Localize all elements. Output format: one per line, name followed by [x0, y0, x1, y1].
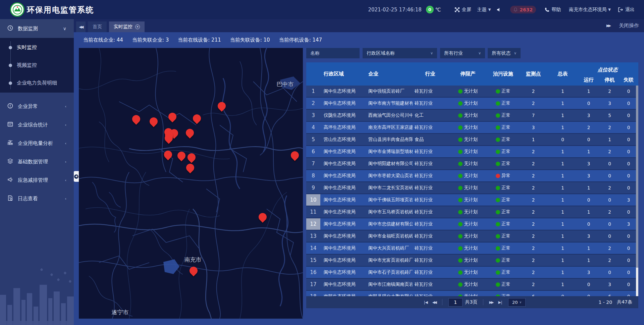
table-row[interactable]: 18南部生态环境局南部县砚化土陶有限公砖瓦行业无计划正常60060	[306, 291, 638, 296]
cell-stopped: 0	[600, 170, 619, 181]
page-number-input[interactable]: 1	[448, 298, 463, 307]
tabs-scroll-left-button[interactable]: ◀◀	[76, 21, 86, 32]
sidebar-item-power-load-detail[interactable]: 企业电力负荷明细	[0, 74, 74, 92]
next-page-button[interactable]: ▶▶	[489, 300, 493, 305]
org-dropdown[interactable]: 南充市生态环境局▼	[569, 7, 611, 13]
table-row[interactable]: 5营山生态环境局营山县润丰肉食品有限食品无计划正常10010	[306, 134, 638, 146]
sidebar-item-company-abnormal[interactable]: 企业异常 ‹	[0, 97, 74, 116]
tabs-scroll-right-button[interactable]: ▶▶	[606, 23, 610, 28]
first-page-button[interactable]: ❘◀	[423, 300, 427, 305]
cell-meters: 1	[548, 158, 577, 169]
theme-dropdown[interactable]: 主题▼	[477, 7, 491, 13]
cell-production: 无计划	[448, 218, 488, 230]
table-row[interactable]: 3仪陇生态环境局西南油气田分公司川中化工无计划正常71350	[306, 110, 638, 122]
speaker-icon	[497, 7, 501, 12]
table-scrollbar[interactable]	[636, 86, 638, 296]
tab-bar: ◀◀ 首页 实时监控 ✕ ▶▶ 关闭操作	[74, 19, 644, 32]
sidebar-item-logs[interactable]: 日志查看 ‹	[0, 189, 74, 208]
cell-running: 0	[577, 134, 600, 145]
table-row[interactable]: 8阆中生态环境局阆中市枣碧大梁山页岩砖瓦行业无计划异常21300	[306, 170, 638, 182]
sidebar-item-realtime-monitor[interactable]: 实时监控	[0, 39, 74, 56]
cell-facility: 正常	[488, 242, 518, 254]
row-index: 9	[306, 182, 320, 194]
cell-region: 阆中生态环境局	[320, 146, 366, 157]
fullscreen-button[interactable]: 全屏	[454, 7, 471, 13]
chevron-down-icon: ∨	[478, 51, 481, 55]
table-row[interactable]: 7阆中生态环境局阆中明阳建材有限公司砖瓦行业无计划正常21300	[306, 158, 638, 170]
mute-button[interactable]	[497, 7, 501, 12]
cell-offline: 0	[619, 86, 638, 97]
sidebar-item-data-monitor[interactable]: 数据监测 ∨	[0, 19, 74, 38]
cell-meters: 1	[548, 279, 577, 290]
table-row[interactable]: 1阆中生态环境局阆中强锐页岩砖厂砖瓦行业无计划正常21120	[306, 86, 638, 98]
region-filter-select[interactable]: 行政区域名称∨	[363, 48, 437, 58]
row-index: 14	[306, 242, 320, 254]
status-dot-icon	[496, 138, 500, 142]
cell-industry: 砖瓦行业	[413, 170, 448, 181]
app-logo	[10, 2, 24, 17]
column-header: 行政区域	[320, 62, 366, 86]
status-filter-select[interactable]: 所有状态∨	[488, 48, 521, 58]
table-row[interactable]: 11阆中生态环境局阆中市五马桥页岩机砖砖瓦行业无计划正常21120	[306, 206, 638, 218]
cell-facility: 正常	[488, 291, 518, 296]
last-page-button[interactable]: ▶❘	[498, 300, 502, 305]
cell-facility: 正常	[488, 206, 518, 218]
scrollbar-thumb[interactable]	[636, 86, 638, 268]
cell-region: 阆中生态环境局	[320, 98, 366, 109]
sidebar-item-base-data[interactable]: 基础数据管理 ‹	[0, 153, 74, 171]
table-row[interactable]: 15阆中生态环境局阆中市光富页岩机砖厂砖瓦行业无计划正常21120	[306, 255, 638, 267]
table-row[interactable]: 4高坪生态环境局南充市高坪区王家店建砖瓦行业无计划正常31220	[306, 122, 638, 134]
close-operations-button[interactable]: 关闭操作	[619, 22, 639, 29]
cell-offline: 0	[619, 242, 638, 254]
map[interactable]: 巴中市南充市遂宁市 ◀	[79, 48, 303, 319]
table-row[interactable]: 6阆中生态环境局阆中市金博瑞新型墙材砖瓦行业无计划正常21120	[306, 146, 638, 158]
cell-points: 2	[518, 218, 548, 230]
cell-production: 无计划	[448, 98, 488, 109]
tab-home[interactable]: 首页	[88, 21, 107, 32]
cell-production: 无计划	[448, 158, 488, 169]
sidebar-item-emergency[interactable]: 应急减排管理 ‹	[0, 171, 74, 189]
name-filter-input[interactable]: 名称	[306, 48, 360, 58]
close-tab-icon[interactable]: ✕	[135, 24, 140, 29]
map-collapse-button[interactable]: ◀	[73, 171, 79, 182]
status-dot-icon	[458, 258, 463, 263]
industry-filter-select[interactable]: 所有行业∨	[440, 48, 485, 58]
table-row[interactable]: 14阆中生态环境局阆中大兴页岩机砖厂砖瓦行业无计划正常21120	[306, 242, 638, 255]
total-count-label: 共47条	[617, 299, 632, 305]
cell-facility: 正常	[488, 230, 518, 242]
cell-facility: 正常	[488, 279, 518, 290]
cell-meters: 1	[548, 98, 577, 109]
table-row[interactable]: 12阆中生态环境局阆中市忠信建材有限公砖瓦行业无计划正常21003	[306, 218, 638, 230]
help-button[interactable]: 帮助	[545, 7, 561, 13]
table-row[interactable]: 16阆中生态环境局阆中市石子页岩机砖厂砖瓦行业无计划正常21300	[306, 267, 638, 279]
cell-running: 2	[577, 122, 600, 133]
table-row[interactable]: 10阆中生态环境局阆中千佛镇五郎垭页岩砖瓦行业无计划正常21003	[306, 194, 638, 206]
cell-facility: 正常	[488, 218, 518, 230]
cell-offline: 0	[619, 279, 638, 290]
table-row[interactable]: 9阆中生态环境局阆中市二龙长宝页岩砖砖瓦行业无计划正常21120	[306, 182, 638, 194]
table-row[interactable]: 2阆中生态环境局阆中市南方节能建材有砖瓦行业无计划正常21030	[306, 98, 638, 110]
table-header: 行政区域企业行业停限产治污设施监测点总表点位状态运行停机失联	[306, 62, 638, 86]
cell-region: 阆中生态环境局	[320, 182, 366, 194]
logout-button[interactable]: 退出	[618, 7, 635, 13]
data-panel: 名称 行政区域名称∨ 所有行业∨ 所有状态∨ 行政区域企业行业停限产治污设施监测…	[306, 48, 638, 325]
tab-realtime-monitor[interactable]: 实时监控 ✕	[109, 21, 145, 32]
table-row[interactable]: 13阆中生态环境局阆中市金福旺页岩机砖砖瓦行业无计划正常21300	[306, 230, 638, 242]
notification-badge[interactable]: 2632	[510, 6, 536, 13]
status-dot-icon	[458, 101, 463, 106]
sidebar-item-company-statistics[interactable]: 企业综合统计 ‹	[0, 116, 74, 134]
prev-page-button[interactable]: ◀◀	[432, 300, 436, 305]
cell-meters: 1	[548, 170, 577, 181]
cell-meters: 0	[548, 291, 577, 296]
status-dot-icon	[496, 198, 500, 202]
map-city-label: 遂宁市	[112, 309, 129, 316]
app-header: 环保用电监管系统 2021-02-25 17:46:18 0 ℃ 全屏 主题▼ …	[0, 0, 644, 19]
cell-running: 3	[577, 230, 600, 242]
sidebar-item-video-monitor[interactable]: 视频监控	[0, 56, 74, 74]
page-size-select[interactable]: 20∨	[508, 298, 526, 307]
cell-offline: 3	[619, 194, 638, 206]
sidebar-item-power-analysis[interactable]: 企业用电量分析 ‹	[0, 134, 74, 153]
status-dot-icon	[458, 162, 463, 166]
table-row[interactable]: 17阆中生态环境局阆中市江南镇阆南页岩砖瓦行业无计划正常21030	[306, 279, 638, 291]
cell-industry: 砖瓦行业	[413, 158, 448, 169]
